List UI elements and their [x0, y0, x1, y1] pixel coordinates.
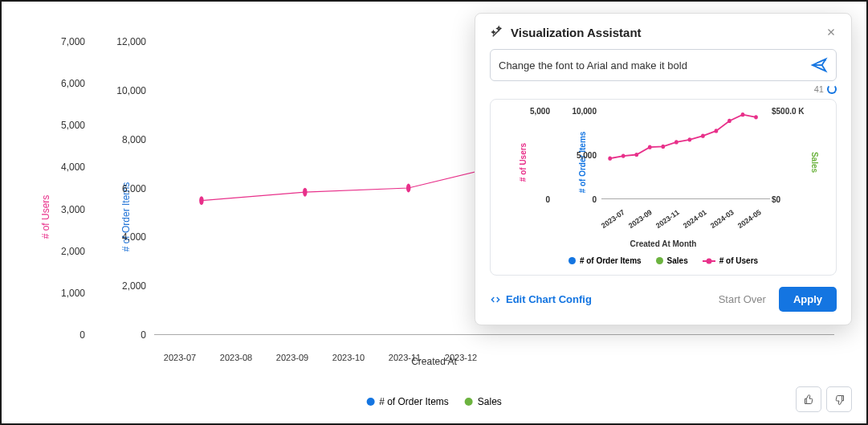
svg-point-13: [688, 137, 692, 141]
svg-point-8: [621, 153, 626, 157]
apply-button[interactable]: Apply: [779, 287, 837, 312]
panel-title: Visualization Assistant: [490, 25, 642, 39]
svg-point-17: [741, 112, 745, 116]
svg-point-10: [648, 145, 652, 149]
legend-sales: Sales: [465, 396, 502, 407]
main-legend: # of Order Items Sales: [366, 396, 502, 407]
pv-x-title: Created At Month: [499, 239, 828, 248]
legend-dot-blue: [366, 398, 374, 406]
y-mid-axis: 02,0004,0006,0008,00010,00012,000: [106, 42, 146, 335]
feedback-buttons: [796, 386, 852, 412]
prompt-input[interactable]: [499, 59, 810, 72]
counter-row: 41: [490, 84, 837, 94]
pv-line-pink: [703, 260, 715, 262]
chart-preview: # of Users 05,000 # of Order Items 05,00…: [490, 99, 837, 276]
prompt-container: [490, 49, 837, 81]
svg-point-2: [406, 184, 411, 193]
svg-point-12: [674, 140, 679, 144]
svg-point-0: [199, 196, 204, 205]
svg-point-1: [303, 188, 308, 197]
pv-legend: # of Order Items Sales # of Users: [499, 256, 828, 265]
svg-point-15: [715, 129, 719, 133]
legend-order-items: # of Order Items: [366, 396, 449, 407]
svg-point-16: [727, 119, 731, 123]
legend-dot-green: [465, 398, 473, 406]
code-icon: [490, 294, 501, 305]
close-icon[interactable]: [825, 27, 837, 38]
counter-value: 41: [814, 84, 824, 94]
pv-plot-area: [601, 111, 770, 199]
svg-point-7: [608, 157, 612, 161]
thumbs-down-icon: [833, 394, 846, 406]
svg-point-18: [754, 115, 758, 119]
x-axis-title: Created At: [411, 356, 457, 367]
y-left-axis: 01,0002,0003,0004,0005,0006,0007,000: [45, 42, 85, 335]
spinner-icon: [827, 84, 837, 94]
send-icon[interactable]: [810, 56, 828, 74]
thumbs-up-button[interactable]: [796, 386, 821, 412]
pv-y-left-axis: 05,000: [518, 111, 550, 199]
panel-header: Visualization Assistant: [490, 25, 837, 39]
svg-point-14: [701, 134, 705, 138]
pv-dot-blue: [568, 257, 576, 264]
panel-actions: Edit Chart Config Start Over Apply: [490, 287, 837, 312]
start-over-link[interactable]: Start Over: [719, 293, 766, 305]
pv-y-right-axis: $0$500.0 K: [772, 111, 812, 199]
edit-chart-config-link[interactable]: Edit Chart Config: [490, 293, 592, 305]
thumbs-down-button[interactable]: [826, 386, 852, 412]
thumbs-up-icon: [803, 394, 815, 406]
pv-legend-order-items: # of Order Items: [568, 256, 642, 265]
assistant-panel: Visualization Assistant 41 # of Users 05…: [475, 13, 852, 325]
svg-point-9: [634, 153, 638, 157]
pv-y-mid-axis: 05,00010,000: [560, 111, 597, 199]
pv-legend-users: # of Users: [703, 256, 758, 265]
svg-point-6: [825, 59, 826, 61]
pv-dot-green: [656, 257, 663, 264]
wand-icon: [490, 25, 504, 39]
svg-point-11: [661, 145, 665, 149]
pv-legend-sales: Sales: [656, 256, 688, 265]
